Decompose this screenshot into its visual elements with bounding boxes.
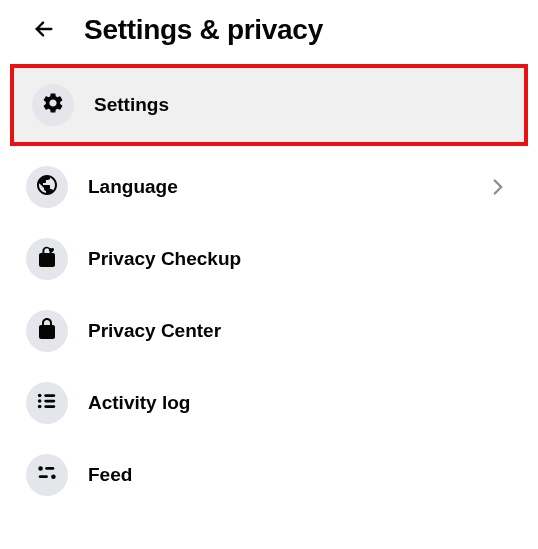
menu-item-privacy-checkup[interactable]: Privacy Checkup bbox=[8, 226, 530, 292]
svg-rect-4 bbox=[44, 394, 55, 397]
menu-item-language[interactable]: Language bbox=[8, 154, 530, 220]
menu-item-label: Settings bbox=[94, 94, 506, 116]
icon-circle bbox=[32, 84, 74, 126]
icon-circle bbox=[26, 454, 68, 496]
menu-item-label: Privacy Center bbox=[88, 320, 512, 342]
gear-icon bbox=[41, 91, 65, 119]
svg-point-3 bbox=[38, 405, 42, 409]
menu-list: Settings Language Privacy Ch bbox=[0, 64, 538, 508]
menu-item-activity-log[interactable]: Activity log bbox=[8, 370, 530, 436]
page-title: Settings & privacy bbox=[84, 14, 323, 46]
svg-point-7 bbox=[38, 466, 43, 471]
menu-item-feed[interactable]: Feed bbox=[8, 442, 530, 508]
svg-rect-6 bbox=[44, 405, 55, 408]
menu-item-label: Privacy Checkup bbox=[88, 248, 512, 270]
svg-rect-5 bbox=[44, 400, 55, 403]
menu-item-label: Language bbox=[88, 176, 464, 198]
globe-icon bbox=[35, 173, 59, 201]
svg-point-9 bbox=[51, 474, 56, 479]
menu-item-privacy-center[interactable]: Privacy Center bbox=[8, 298, 530, 364]
menu-item-label: Activity log bbox=[88, 392, 512, 414]
icon-circle bbox=[26, 310, 68, 352]
svg-point-1 bbox=[38, 394, 42, 398]
svg-rect-10 bbox=[39, 475, 48, 478]
chevron-right-icon bbox=[484, 173, 512, 201]
svg-point-2 bbox=[38, 399, 42, 403]
icon-circle bbox=[26, 238, 68, 280]
icon-circle bbox=[26, 382, 68, 424]
back-button[interactable] bbox=[28, 14, 60, 46]
header: Settings & privacy bbox=[0, 0, 538, 64]
svg-rect-8 bbox=[45, 467, 54, 470]
lock-icon bbox=[35, 317, 59, 345]
feed-icon bbox=[36, 462, 58, 488]
menu-item-label: Feed bbox=[88, 464, 512, 486]
lock-heart-icon bbox=[35, 245, 59, 273]
icon-circle bbox=[26, 166, 68, 208]
list-icon bbox=[36, 390, 58, 416]
arrow-left-icon bbox=[33, 18, 55, 43]
menu-item-settings[interactable]: Settings bbox=[10, 64, 528, 146]
